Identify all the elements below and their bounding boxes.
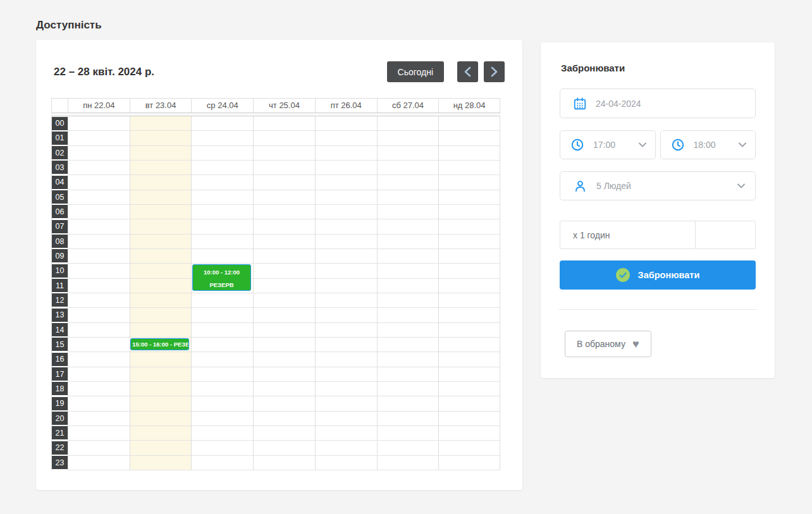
time-slot[interactable] — [68, 412, 130, 426]
time-slot[interactable] — [377, 116, 439, 131]
time-slot[interactable] — [68, 293, 130, 308]
time-slot[interactable] — [253, 352, 315, 367]
time-slot[interactable] — [377, 323, 439, 338]
time-slot[interactable] — [191, 190, 253, 205]
time-slot[interactable] — [315, 249, 377, 264]
time-slot[interactable] — [191, 175, 253, 190]
time-slot[interactable] — [438, 131, 500, 145]
time-slot[interactable] — [68, 441, 130, 455]
time-slot[interactable] — [253, 412, 315, 426]
time-slot[interactable] — [191, 116, 253, 131]
prev-week-button[interactable] — [457, 61, 478, 82]
time-slot[interactable] — [253, 161, 315, 175]
time-slot[interactable] — [438, 308, 500, 322]
time-slot[interactable] — [130, 190, 192, 205]
time-slot[interactable] — [438, 367, 500, 382]
time-slot[interactable] — [68, 146, 130, 161]
time-slot[interactable] — [315, 412, 377, 426]
time-slot[interactable] — [68, 279, 130, 293]
time-slot[interactable] — [130, 116, 192, 131]
time-slot[interactable] — [130, 293, 192, 308]
time-slot[interactable] — [438, 323, 500, 338]
time-slot[interactable] — [315, 293, 377, 308]
time-slot[interactable] — [253, 441, 315, 455]
time-slot[interactable] — [377, 146, 439, 161]
time-slot[interactable] — [315, 175, 377, 190]
time-slot[interactable] — [191, 235, 253, 249]
time-slot[interactable] — [438, 426, 500, 441]
time-to-select[interactable]: 18:00 — [660, 130, 756, 159]
time-slot[interactable] — [377, 382, 439, 396]
time-slot[interactable] — [68, 426, 130, 441]
time-slot[interactable] — [191, 426, 253, 441]
time-slot[interactable] — [130, 279, 192, 293]
time-slot[interactable] — [191, 293, 253, 308]
time-slot[interactable] — [377, 190, 439, 205]
time-slot[interactable] — [377, 308, 439, 322]
time-slot[interactable] — [68, 249, 130, 264]
time-slot[interactable] — [191, 161, 253, 175]
time-slot[interactable] — [68, 205, 130, 219]
time-slot[interactable] — [253, 190, 315, 205]
time-slot[interactable] — [315, 456, 377, 470]
time-slot[interactable] — [68, 175, 130, 190]
time-slot[interactable] — [253, 264, 315, 278]
time-slot[interactable] — [191, 205, 253, 219]
time-slot[interactable] — [253, 426, 315, 441]
time-slot[interactable] — [253, 396, 315, 411]
time-slot[interactable] — [130, 352, 192, 367]
time-slot[interactable] — [191, 249, 253, 264]
time-slot[interactable] — [130, 412, 192, 426]
time-slot[interactable] — [253, 338, 315, 352]
book-submit-button[interactable]: Забронювати — [560, 260, 756, 290]
time-slot[interactable] — [191, 456, 253, 470]
time-slot[interactable] — [130, 382, 192, 396]
time-slot[interactable] — [438, 205, 500, 219]
time-slot[interactable] — [377, 293, 439, 308]
time-slot[interactable] — [130, 235, 192, 249]
time-slot[interactable] — [315, 161, 377, 175]
time-slot[interactable] — [253, 131, 315, 145]
time-slot[interactable] — [315, 308, 377, 322]
time-slot[interactable] — [191, 308, 253, 322]
time-slot[interactable] — [377, 264, 439, 278]
time-slot[interactable] — [377, 131, 439, 145]
time-slot[interactable] — [253, 308, 315, 322]
time-slot[interactable] — [191, 219, 253, 234]
time-slot[interactable] — [315, 146, 377, 161]
time-slot[interactable] — [438, 396, 500, 411]
time-slot[interactable] — [253, 323, 315, 338]
time-slot[interactable] — [68, 161, 130, 175]
time-slot[interactable] — [68, 323, 130, 338]
time-slot[interactable] — [253, 293, 315, 308]
time-slot[interactable] — [315, 190, 377, 205]
time-slot[interactable] — [191, 367, 253, 382]
time-slot[interactable] — [68, 352, 130, 367]
time-slot[interactable] — [68, 382, 130, 396]
time-slot[interactable] — [438, 382, 500, 396]
time-slot[interactable] — [191, 396, 253, 411]
time-slot[interactable] — [377, 175, 439, 190]
time-slot[interactable] — [315, 235, 377, 249]
time-slot[interactable] — [130, 146, 192, 161]
time-slot[interactable] — [253, 382, 315, 396]
time-slot[interactable] — [438, 338, 500, 352]
time-slot[interactable] — [315, 367, 377, 382]
time-slot[interactable] — [130, 131, 192, 145]
time-slot[interactable] — [438, 219, 500, 234]
time-slot[interactable] — [377, 338, 439, 352]
time-slot[interactable] — [68, 264, 130, 278]
today-button[interactable]: Сьогодні — [387, 61, 444, 82]
time-slot[interactable] — [438, 293, 500, 308]
time-slot[interactable] — [438, 441, 500, 455]
time-slot[interactable] — [130, 396, 192, 411]
time-slot[interactable] — [315, 382, 377, 396]
time-slot[interactable] — [191, 352, 253, 367]
time-slot[interactable] — [68, 190, 130, 205]
time-slot[interactable] — [377, 219, 439, 234]
time-slot[interactable] — [130, 367, 192, 382]
time-slot[interactable] — [438, 235, 500, 249]
people-select[interactable]: 5 Людей — [560, 171, 756, 200]
time-slot[interactable] — [68, 367, 130, 382]
time-slot[interactable] — [68, 338, 130, 352]
